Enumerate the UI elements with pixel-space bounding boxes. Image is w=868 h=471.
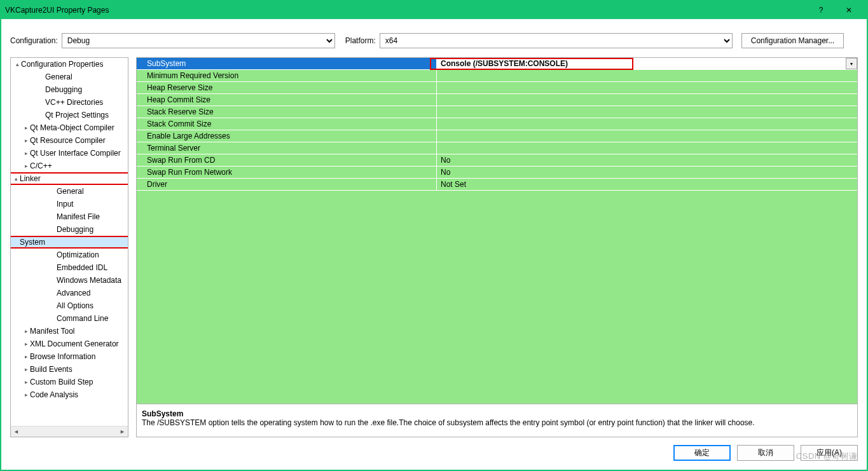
window-title: VKCapture2UI Property Pages bbox=[5, 6, 807, 15]
tree-item-optimization[interactable]: Optimization bbox=[11, 249, 128, 261]
tree-item-browse-information[interactable]: ▸Browse Information bbox=[11, 350, 128, 363]
chevron-right-icon[interactable]: ▸ bbox=[22, 366, 30, 372]
configuration-select[interactable]: Debug bbox=[62, 33, 335, 48]
tree-item-label: General bbox=[45, 72, 72, 81]
grid-row-driver[interactable]: DriverNot Set bbox=[137, 179, 857, 191]
tree-item-debugging[interactable]: Debugging bbox=[11, 83, 128, 96]
property-value[interactable] bbox=[437, 94, 857, 106]
tree-item-label: Code Analysis bbox=[30, 390, 78, 399]
chevron-right-icon[interactable]: ▸ bbox=[22, 137, 30, 144]
chevron-down-icon[interactable]: ▾ bbox=[846, 58, 857, 69]
chevron-right-icon[interactable]: ▸ bbox=[22, 392, 30, 398]
tree-item-label: XML Document Generator bbox=[30, 339, 119, 348]
chevron-right-icon[interactable]: ▸ bbox=[22, 163, 30, 169]
property-value[interactable] bbox=[437, 142, 857, 154]
close-icon: ✕ bbox=[846, 6, 852, 15]
tree-item-label: Embedded IDL bbox=[57, 263, 107, 272]
property-name: Minimum Required Version bbox=[137, 70, 437, 81]
tree-item-label: Build Events bbox=[30, 365, 72, 374]
tree-item-manifest-file[interactable]: Manifest File bbox=[11, 210, 128, 223]
property-name: SubSystem bbox=[137, 58, 437, 69]
property-value[interactable] bbox=[437, 130, 857, 142]
platform-label: Platform: bbox=[345, 36, 376, 45]
tree-item-input[interactable]: Input bbox=[11, 198, 128, 210]
platform-select[interactable]: x64 bbox=[380, 33, 733, 48]
grid-row-heap-commit-size[interactable]: Heap Commit Size bbox=[137, 94, 857, 106]
grid-row-heap-reserve-size[interactable]: Heap Reserve Size bbox=[137, 82, 857, 94]
property-value[interactable]: No bbox=[437, 154, 857, 166]
chevron-down-icon[interactable]: ▴ bbox=[12, 175, 20, 182]
tree-item-build-events[interactable]: ▸Build Events bbox=[11, 363, 128, 376]
tree-item-label: Configuration Properties bbox=[21, 60, 103, 69]
tree-item-vc-directories[interactable]: VC++ Directories bbox=[11, 96, 128, 109]
tree-item-qt-meta-object-compiler[interactable]: ▸Qt Meta-Object Compiler bbox=[11, 121, 128, 134]
tree-item-advanced[interactable]: Advanced bbox=[11, 287, 128, 299]
help-button[interactable]: ? bbox=[807, 1, 835, 19]
tree-item-command-line[interactable]: Command Line bbox=[11, 312, 128, 325]
property-value[interactable]: Console (/SUBSYSTEM:CONSOLE)▾ bbox=[437, 58, 857, 69]
tree-item-label: C/C++ bbox=[30, 161, 52, 170]
tree-item-custom-build-step[interactable]: ▸Custom Build Step bbox=[11, 376, 128, 388]
property-name: Driver bbox=[137, 179, 437, 190]
configuration-manager-button[interactable]: Configuration Manager... bbox=[741, 33, 844, 48]
grid-row-swap-run-from-cd[interactable]: Swap Run From CDNo bbox=[137, 154, 857, 167]
grid-row-swap-run-from-network[interactable]: Swap Run From NetworkNo bbox=[137, 167, 857, 179]
tree-item-manifest-tool[interactable]: ▸Manifest Tool bbox=[11, 325, 128, 338]
property-value[interactable]: No bbox=[437, 167, 857, 178]
tree-item-embedded-idl[interactable]: Embedded IDL bbox=[11, 261, 128, 274]
tree-item-code-analysis[interactable]: ▸Code Analysis bbox=[11, 388, 128, 401]
tree-item-qt-user-interface-compiler[interactable]: ▸Qt User Interface Compiler bbox=[11, 147, 128, 160]
grid-row-enable-large-addresses[interactable]: Enable Large Addresses bbox=[137, 130, 857, 142]
grid-row-subsystem[interactable]: SubSystemConsole (/SUBSYSTEM:CONSOLE)▾ bbox=[137, 58, 857, 70]
scroll-left-icon[interactable]: ◄ bbox=[11, 427, 22, 437]
tree-item-label: Qt Project Settings bbox=[45, 111, 109, 119]
grid-row-terminal-server[interactable]: Terminal Server bbox=[137, 142, 857, 154]
ok-button[interactable]: 确定 bbox=[673, 445, 731, 461]
tree-item-debugging[interactable]: Debugging bbox=[11, 223, 128, 236]
tree-item-label: Input bbox=[57, 200, 74, 208]
tree-horizontal-scrollbar[interactable]: ◄ ► bbox=[11, 426, 128, 437]
property-name: Heap Commit Size bbox=[137, 94, 437, 106]
grid-row-stack-commit-size[interactable]: Stack Commit Size bbox=[137, 118, 857, 130]
tree-item-system[interactable]: System bbox=[10, 236, 128, 249]
property-tree[interactable]: ▴Configuration PropertiesGeneralDebuggin… bbox=[10, 57, 128, 437]
chevron-right-icon[interactable]: ▸ bbox=[22, 150, 30, 156]
tree-item-xml-document-generator[interactable]: ▸XML Document Generator bbox=[11, 338, 128, 350]
property-value[interactable] bbox=[437, 106, 857, 118]
tree-item-general[interactable]: General bbox=[11, 185, 128, 198]
description-text: The /SUBSYSTEM option tells the operatin… bbox=[142, 418, 852, 427]
tree-item-label: System bbox=[20, 238, 45, 247]
dialog-buttons: 确定 取消 应用(A) bbox=[1, 437, 867, 470]
close-button[interactable]: ✕ bbox=[835, 1, 863, 19]
tree-item-label: VC++ Directories bbox=[45, 98, 103, 107]
property-value[interactable] bbox=[437, 82, 857, 93]
chevron-right-icon[interactable]: ▸ bbox=[22, 353, 30, 360]
chevron-right-icon[interactable]: ▸ bbox=[22, 328, 30, 334]
tree-item-configuration-properties[interactable]: ▴Configuration Properties bbox=[11, 58, 128, 71]
tree-item-windows-metadata[interactable]: Windows Metadata bbox=[11, 274, 128, 287]
tree-item-c-c-[interactable]: ▸C/C++ bbox=[11, 160, 128, 172]
tree-item-linker[interactable]: ▴Linker bbox=[10, 172, 128, 185]
tree-item-qt-project-settings[interactable]: Qt Project Settings bbox=[11, 109, 128, 121]
property-value[interactable] bbox=[437, 118, 857, 130]
tree-item-all-options[interactable]: All Options bbox=[11, 299, 128, 312]
grid-row-stack-reserve-size[interactable]: Stack Reserve Size bbox=[137, 106, 857, 118]
property-value[interactable]: Not Set bbox=[437, 179, 857, 190]
tree-item-label: Manifest Tool bbox=[30, 327, 74, 336]
property-value[interactable] bbox=[437, 70, 857, 81]
chevron-right-icon[interactable]: ▸ bbox=[22, 125, 30, 131]
tree-item-label: Manifest File bbox=[57, 212, 100, 221]
scroll-right-icon[interactable]: ► bbox=[117, 427, 128, 437]
property-name: Heap Reserve Size bbox=[137, 82, 437, 93]
apply-button[interactable]: 应用(A) bbox=[801, 445, 858, 461]
tree-item-general[interactable]: General bbox=[11, 71, 128, 83]
property-name: Swap Run From CD bbox=[137, 154, 437, 166]
chevron-right-icon[interactable]: ▸ bbox=[22, 341, 30, 347]
grid-row-minimum-required-version[interactable]: Minimum Required Version bbox=[137, 70, 857, 82]
chevron-down-icon[interactable]: ▴ bbox=[13, 61, 21, 67]
property-grid[interactable]: SubSystemConsole (/SUBSYSTEM:CONSOLE)▾Mi… bbox=[137, 58, 857, 404]
tree-item-qt-resource-compiler[interactable]: ▸Qt Resource Compiler bbox=[11, 134, 128, 147]
tree-item-label: Qt User Interface Compiler bbox=[30, 149, 121, 158]
cancel-button[interactable]: 取消 bbox=[737, 445, 794, 461]
chevron-right-icon[interactable]: ▸ bbox=[22, 379, 30, 385]
